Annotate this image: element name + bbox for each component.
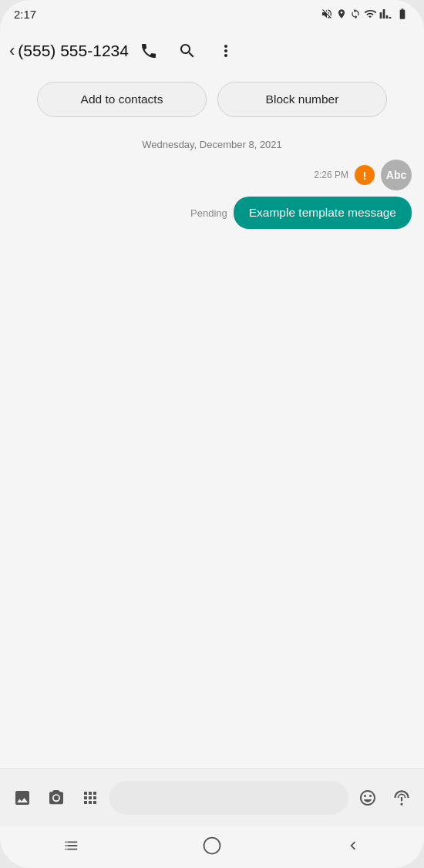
svg-point-0 <box>204 838 220 854</box>
back-chevron-icon <box>345 837 362 854</box>
bottom-toolbar <box>0 768 424 826</box>
status-icons <box>321 8 410 20</box>
image-icon <box>13 789 32 807</box>
block-number-button[interactable]: Block number <box>217 82 387 117</box>
voice-button[interactable] <box>387 783 416 812</box>
signal-icon <box>379 8 392 20</box>
apps-button[interactable] <box>76 783 105 812</box>
add-to-contacts-button[interactable]: Add to contacts <box>37 82 207 117</box>
sync-icon <box>350 8 361 19</box>
search-button[interactable] <box>173 37 201 65</box>
action-buttons-row: Add to contacts Block number <box>0 74 424 125</box>
more-options-button[interactable] <box>212 37 240 65</box>
message-area: Wednesday, December 8, 2021 2:26 PM ! Ab… <box>0 125 424 768</box>
emoji-sticker-button[interactable] <box>353 783 382 812</box>
pending-label: Pending <box>190 207 227 219</box>
back-button[interactable]: ‹ (555) 555-1234 <box>9 41 129 61</box>
app-bar: ‹ (555) 555-1234 <box>0 28 424 74</box>
camera-button[interactable] <box>42 783 71 812</box>
more-vert-icon <box>217 42 235 60</box>
date-divider: Wednesday, December 8, 2021 <box>12 139 412 150</box>
sent-message-row: 2:26 PM ! Abc <box>12 160 412 193</box>
message-bubble: Example template message <box>234 197 412 229</box>
mute-icon <box>321 8 333 20</box>
gallery-button[interactable] <box>8 783 37 812</box>
phone-icon <box>140 42 158 60</box>
avatar: Abc <box>381 160 412 190</box>
call-button[interactable] <box>135 37 163 65</box>
apps-icon <box>81 789 99 807</box>
wifi-icon <box>364 8 376 20</box>
search-icon <box>178 42 197 60</box>
nav-bar <box>0 826 424 868</box>
camera-icon <box>47 789 66 807</box>
voice-icon <box>392 788 412 808</box>
recent-apps-button[interactable] <box>48 830 94 861</box>
battery-icon <box>395 8 410 20</box>
template-message-row: Pending Example template message <box>12 197 412 229</box>
message-input[interactable] <box>109 781 348 815</box>
back-chevron: ‹ <box>9 41 15 61</box>
phone-frame: 2:17 ‹ (555) 555-1234 <box>0 0 424 868</box>
status-bar: 2:17 <box>0 0 424 28</box>
app-bar-actions <box>135 37 240 65</box>
emoji-icon <box>358 789 377 807</box>
home-circle-icon <box>201 835 223 856</box>
home-button[interactable] <box>189 830 235 861</box>
message-time: 2:26 PM <box>314 170 348 180</box>
status-time: 2:17 <box>14 8 36 21</box>
error-icon: ! <box>355 165 375 185</box>
system-back-button[interactable] <box>330 830 376 861</box>
recent-apps-icon <box>62 837 79 854</box>
phone-number-display: (555) 555-1234 <box>18 42 129 60</box>
location-icon <box>336 8 347 19</box>
message-meta: 2:26 PM ! Abc <box>314 160 412 190</box>
